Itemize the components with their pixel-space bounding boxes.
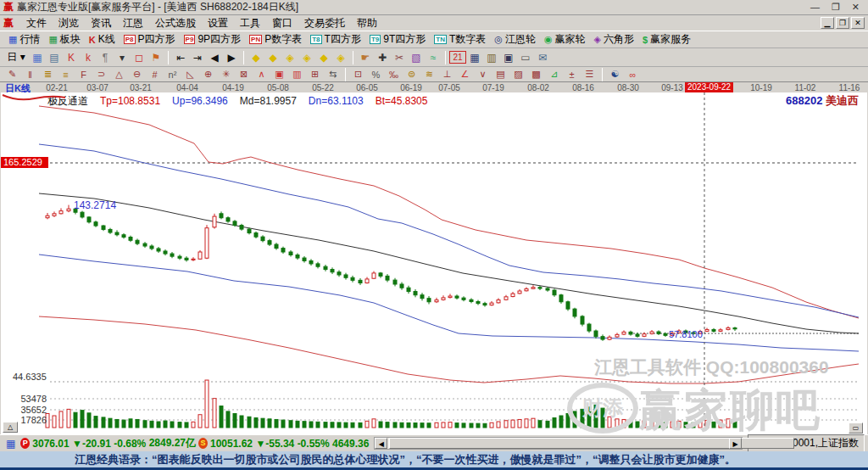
menu-item-窗口[interactable]: 窗口 bbox=[266, 15, 298, 31]
mdi-minimize-button[interactable]: ▁ bbox=[821, 17, 834, 29]
9t-square-button[interactable]: T99T四方形 bbox=[366, 31, 431, 48]
diamond-5-button[interactable]: ◆ bbox=[315, 50, 332, 65]
p-square-button[interactable]: P8P四方形 bbox=[120, 31, 181, 48]
plusminus-tool[interactable]: ± bbox=[563, 68, 581, 81]
calculator-button[interactable]: ▦ bbox=[466, 50, 483, 65]
lines-tool[interactable]: ☰ bbox=[581, 68, 598, 81]
menu-item-江恩[interactable]: 江恩 bbox=[117, 15, 149, 31]
grid-tool[interactable]: # bbox=[146, 68, 164, 81]
palette-tool-button[interactable]: ▧ bbox=[408, 50, 425, 65]
menu-item-文件[interactable]: 文件 bbox=[20, 15, 53, 31]
wedge-tool[interactable]: ◺ bbox=[181, 68, 199, 81]
menu-item-浏览[interactable]: 浏览 bbox=[53, 15, 85, 31]
kline-box-button[interactable]: ◻ bbox=[131, 50, 147, 65]
menu-item-工具[interactable]: 工具 bbox=[234, 15, 266, 31]
percent-tool[interactable]: % bbox=[367, 68, 385, 81]
minimize-button[interactable]: — bbox=[810, 2, 820, 13]
maximize-button[interactable]: ❐ bbox=[832, 2, 840, 13]
menu-item-公式选股[interactable]: 公式选股 bbox=[149, 15, 202, 31]
close-button[interactable]: ✕ bbox=[852, 2, 860, 13]
diamond-1-button[interactable]: ◆ bbox=[248, 50, 264, 65]
wave-lines-tool[interactable]: ≋ bbox=[420, 68, 438, 81]
window-layout-button[interactable]: ▦ bbox=[29, 50, 46, 65]
gann-grid-b[interactable]: ≡ bbox=[57, 68, 75, 81]
calendar-button[interactable]: 21 bbox=[449, 51, 466, 64]
notepad-button[interactable]: ▥ bbox=[483, 50, 500, 65]
delta-tool[interactable]: ⊿ bbox=[545, 68, 563, 81]
infinity-icon[interactable]: ∞ bbox=[624, 68, 642, 81]
diamond-3-button[interactable]: ◈ bbox=[281, 50, 298, 65]
crosshair-tool-button[interactable]: ✚ bbox=[374, 50, 391, 65]
p-digit-table-button[interactable]: PNP数字表 bbox=[246, 31, 307, 48]
square-n-tool[interactable]: n² bbox=[164, 68, 181, 81]
period-day-button[interactable]: 日 ▾ bbox=[3, 50, 29, 65]
candle-small-button[interactable]: K bbox=[63, 50, 80, 65]
fibonacci-tool[interactable]: F bbox=[75, 68, 92, 81]
kline-chart-canvas[interactable]: 江恩工具软件 QQ:100800360 财添 赢家聊吧 极反通道Tp=108.8… bbox=[1, 92, 867, 434]
first-page-button[interactable]: ⇤ bbox=[172, 50, 189, 65]
flag-box-tool[interactable]: ▣ bbox=[270, 68, 288, 81]
peak-tool[interactable]: ∧ bbox=[253, 68, 270, 81]
pillar-tool[interactable]: ⊥ bbox=[438, 68, 456, 81]
valley-tool[interactable]: ∨ bbox=[474, 68, 492, 81]
menu-item-帮助[interactable]: 帮助 bbox=[351, 15, 383, 31]
vlines-tool[interactable]: ‖ bbox=[21, 68, 39, 81]
hexagon-button[interactable]: ◈六角形 bbox=[591, 31, 639, 48]
arc-tool[interactable]: ⊃ bbox=[92, 68, 110, 81]
prev-button[interactable]: ◀ bbox=[206, 50, 223, 65]
last-page-button[interactable]: ⇥ bbox=[189, 50, 206, 65]
t-digit-table-button[interactable]: TNT数字表 bbox=[431, 31, 491, 48]
diamond-4-button[interactable]: ◈ bbox=[298, 50, 315, 65]
t-square-button[interactable]: T8T四方形 bbox=[307, 31, 366, 48]
shade-a-tool[interactable]: ▤ bbox=[492, 68, 509, 81]
box-x-tool[interactable]: ⊠ bbox=[235, 68, 253, 81]
curve-tool-button[interactable]: ≈ bbox=[425, 50, 442, 65]
chart-corner-button[interactable]: ▭ bbox=[849, 422, 863, 434]
quote-list-button[interactable]: ▤ bbox=[46, 50, 63, 65]
winner-wheel-button[interactable]: ◉赢家轮 bbox=[541, 31, 591, 48]
mail-button[interactable]: ✉ bbox=[534, 50, 551, 65]
flag-button[interactable]: ⚑ bbox=[147, 50, 164, 65]
scissors-tool-button[interactable]: ✂ bbox=[391, 50, 408, 65]
permille-tool[interactable]: ‰ bbox=[385, 68, 403, 81]
quote-table-icon[interactable]: ▦ bbox=[6, 438, 15, 450]
golden-ring-tool[interactable]: ⊜ bbox=[403, 68, 420, 81]
extend-tool[interactable]: ⇆ bbox=[324, 68, 342, 81]
angle-tool[interactable]: ∠ bbox=[456, 68, 474, 81]
scroll-left-arrow[interactable]: ◀ bbox=[375, 438, 387, 449]
box-dot-tool[interactable]: ⊡ bbox=[349, 68, 367, 81]
cycle-tool[interactable]: ⊖ bbox=[128, 68, 146, 81]
shade-b-tool[interactable]: ▨ bbox=[509, 68, 527, 81]
expand-volume-button[interactable]: △ bbox=[3, 422, 18, 433]
mdi-restore-button[interactable]: ❐ bbox=[836, 17, 849, 29]
menu-item-资讯[interactable]: 资讯 bbox=[85, 15, 117, 31]
menu-item-设置[interactable]: 设置 bbox=[202, 15, 234, 31]
gann-grid-a[interactable]: ≣ bbox=[39, 68, 57, 81]
quotes-button[interactable]: ▦行情 bbox=[5, 31, 45, 48]
triangle-tool[interactable]: △ bbox=[110, 68, 128, 81]
taichi-icon[interactable]: ☯ bbox=[606, 68, 624, 81]
shade-c-tool[interactable]: ▩ bbox=[527, 68, 545, 81]
p-square-label: P四方形 bbox=[138, 32, 175, 47]
9p-square-button[interactable]: P99P四方形 bbox=[181, 31, 246, 48]
grid-box-tool[interactable]: ⊞ bbox=[306, 68, 324, 81]
diamond-2-button[interactable]: ◆ bbox=[264, 50, 281, 65]
next-button[interactable]: ▶ bbox=[223, 50, 240, 65]
band-tool[interactable]: ▥ bbox=[288, 68, 306, 81]
star-tool[interactable]: ✳ bbox=[217, 68, 235, 81]
menu-item-交易委托[interactable]: 交易委托 bbox=[298, 15, 351, 31]
ink-dropper-button[interactable]: ¶ bbox=[97, 50, 114, 65]
gann-wheel-button[interactable]: ◎江恩轮 bbox=[491, 31, 541, 48]
kline-button[interactable]: KK线 bbox=[86, 31, 120, 48]
sectors-button[interactable]: ▦板块 bbox=[45, 31, 85, 48]
candle-small-2-button[interactable]: k bbox=[80, 50, 97, 65]
save-button[interactable]: ▣ bbox=[500, 50, 517, 65]
printer-button[interactable]: ▭ bbox=[517, 50, 534, 65]
pencil-tool[interactable]: ✎ bbox=[3, 68, 21, 81]
circle-cross-tool[interactable]: ⊕ bbox=[199, 68, 217, 81]
mdi-close-button[interactable]: ✕ bbox=[851, 17, 865, 29]
winner-service-button[interactable]: $赢家服务 bbox=[639, 31, 696, 48]
hand-tool-button[interactable]: ☛ bbox=[357, 50, 374, 65]
diamond-6-button[interactable]: ◈ bbox=[332, 50, 349, 65]
style-caret-button[interactable]: ▾ bbox=[114, 50, 131, 65]
